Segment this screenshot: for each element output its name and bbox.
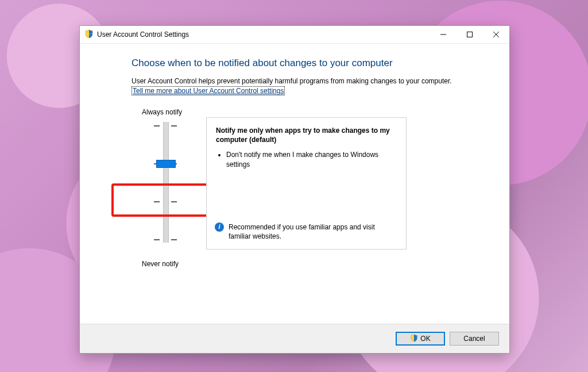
slider-top-label: Always notify xyxy=(142,108,182,116)
titlebar[interactable]: User Account Control Settings xyxy=(80,26,509,44)
close-button[interactable] xyxy=(483,26,509,43)
panel-footer: i Recommended if you use familiar apps a… xyxy=(215,223,398,241)
minimize-button[interactable] xyxy=(430,26,457,43)
shield-icon xyxy=(84,29,94,40)
panel-bullet: Don't notify me when I make changes to W… xyxy=(226,150,397,168)
ok-button-label: OK xyxy=(420,335,430,343)
slider-tick xyxy=(171,239,177,240)
content-area: Choose when to be notified about changes… xyxy=(80,44,509,281)
ok-button[interactable]: OK xyxy=(396,332,445,346)
cancel-button[interactable]: Cancel xyxy=(450,332,499,346)
uac-settings-window: User Account Control Settings Choose whe… xyxy=(79,25,510,354)
svg-rect-1 xyxy=(467,32,473,37)
panel-bullets: Don't notify me when I make changes to W… xyxy=(207,150,406,168)
slider-thumb[interactable] xyxy=(156,160,176,168)
learn-more-link[interactable]: Tell me more about User Account Control … xyxy=(131,86,285,95)
desktop-wallpaper: User Account Control Settings Choose whe… xyxy=(0,0,588,372)
slider-tick xyxy=(154,239,160,240)
panel-title: Notify me only when apps try to make cha… xyxy=(207,118,406,147)
window-controls xyxy=(430,26,509,43)
description-panel: Notify me only when apps try to make cha… xyxy=(206,117,407,250)
slider-tick xyxy=(154,125,160,126)
slider-tick xyxy=(154,201,160,202)
dialog-footer: OK Cancel xyxy=(80,324,509,353)
slider-bottom-label: Never notify xyxy=(142,260,179,268)
notification-slider-area: Always notify Never notify Notify me onl… xyxy=(131,108,486,281)
panel-footer-text: Recommended if you use familiar apps and… xyxy=(229,223,398,241)
page-heading: Choose when to be notified about changes… xyxy=(131,57,486,69)
slider-track[interactable] xyxy=(163,122,169,243)
cancel-button-label: Cancel xyxy=(463,335,485,343)
intro-text: User Account Control helps prevent poten… xyxy=(131,77,486,85)
slider-tick xyxy=(171,201,177,202)
shield-icon xyxy=(410,334,418,344)
window-title: User Account Control Settings xyxy=(97,30,189,39)
maximize-button[interactable] xyxy=(457,26,483,43)
info-icon: i xyxy=(215,223,224,232)
slider-tick xyxy=(171,125,177,126)
